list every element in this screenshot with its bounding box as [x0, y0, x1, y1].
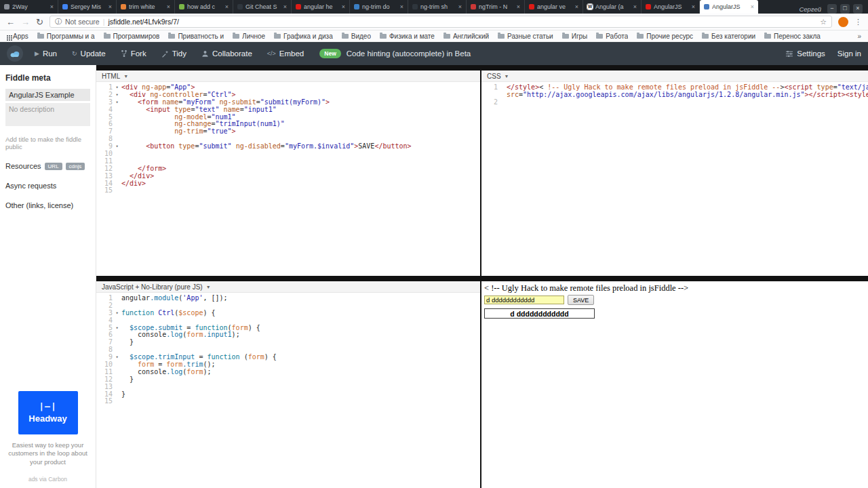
sidebar-item-async-requests[interactable]: Async requests [5, 182, 90, 190]
bookmark-star-icon[interactable]: ☆ [820, 18, 827, 26]
bookmark-item[interactable]: Приватность и [168, 33, 224, 40]
fold-arrow-icon[interactable]: ▾ [113, 310, 121, 317]
result-save-button[interactable]: SAVE [568, 295, 594, 305]
bookmark-item[interactable]: Физика и мате [380, 33, 435, 40]
browser-tab[interactable]: ngTrim - N× [467, 0, 525, 14]
maximize-button[interactable]: □ [840, 4, 850, 14]
fold-arrow-icon[interactable]: ▾ [113, 84, 121, 92]
fold-arrow-icon[interactable]: ▾ [113, 92, 121, 99]
collaborate-button[interactable]: Collaborate [194, 42, 260, 65]
html-panel-header[interactable]: HTML ▼ [96, 70, 480, 82]
fold-arrow-icon[interactable]: ▾ [113, 143, 121, 150]
bookmark-item[interactable]: Перенос закла [764, 33, 821, 40]
bookmark-item[interactable]: Без категории [702, 33, 755, 40]
browser-tab[interactable]: AngularJS× [642, 0, 700, 14]
sidebar-item-resources[interactable]: Resources URL cdnjs [5, 162, 90, 170]
update-button[interactable]: ↻Update [64, 42, 113, 65]
sidebar-item-other[interactable]: Other (links, license) [5, 201, 90, 209]
bookmark-item[interactable]: Программиров [104, 33, 160, 40]
browser-tab[interactable]: WAngular (a× [583, 0, 642, 14]
close-tab-icon[interactable]: × [283, 3, 287, 10]
chevron-down-icon[interactable]: ▼ [505, 74, 509, 79]
forward-icon[interactable]: → [21, 18, 30, 26]
fold-arrow-icon[interactable]: ▾ [113, 99, 121, 106]
js-code-editor[interactable]: 1angular.module('App', []);23▾function C… [96, 293, 480, 405]
code-line: 4 [96, 317, 480, 325]
sign-in-button[interactable]: Sign in [837, 49, 861, 58]
run-button[interactable]: ▶Run [27, 42, 64, 65]
browser-tab[interactable]: trim white× [117, 0, 175, 14]
bookmark-item[interactable]: Разные статьи [498, 33, 553, 40]
profile-avatar[interactable] [838, 17, 848, 27]
info-icon[interactable]: ⓘ [55, 17, 62, 26]
bookmark-item[interactable]: Английский [443, 33, 489, 40]
fold-arrow-icon[interactable]: ▾ [113, 325, 121, 332]
apps-shortcut[interactable]: Apps [7, 33, 28, 40]
browser-tab[interactable]: 2Way× [0, 0, 58, 14]
browser-tab[interactable]: angular ve× [525, 0, 583, 14]
bookmark-item[interactable]: Работа [596, 33, 628, 40]
headway-ad-banner[interactable]: |–| Headway [18, 391, 78, 434]
close-tab-icon[interactable]: × [50, 3, 54, 10]
minimize-button[interactable]: − [827, 4, 837, 14]
close-tab-icon[interactable]: × [575, 3, 578, 10]
collaborate-icon [201, 50, 209, 58]
browser-tab[interactable]: ng-trim sh× [408, 0, 467, 14]
bookmark-item[interactable]: Программы и а [37, 33, 95, 40]
css-panel-header[interactable]: CSS ▼ [481, 70, 868, 82]
result-text-input[interactable] [484, 296, 564, 304]
jsfiddle-logo[interactable] [7, 45, 23, 62]
browser-tab[interactable]: Sergey Mis× [58, 0, 117, 14]
other-links-label: Other (links, license) [5, 201, 73, 209]
tab-title: ngTrim - N [479, 3, 514, 10]
js-panel-header[interactable]: JavaScript + No-Library (pure JS) ▼ [96, 281, 480, 293]
bookmark-label: Физика и мате [389, 33, 435, 40]
settings-button[interactable]: Settings [785, 49, 825, 58]
browser-tab[interactable]: Git Cheat S× [233, 0, 292, 14]
browser-tab[interactable]: angular he× [292, 0, 350, 14]
close-tab-icon[interactable]: × [633, 3, 637, 10]
close-tab-icon[interactable]: × [400, 3, 403, 10]
close-tab-icon[interactable]: × [517, 3, 520, 10]
browser-tab[interactable]: AngularJS× [700, 0, 758, 14]
bookmarks-overflow-icon[interactable]: » [857, 33, 861, 40]
reload-icon[interactable]: ↻ [36, 18, 43, 26]
address-bar[interactable]: ⓘ Not secure | jsfiddle.net/4Lfvk9rs/7/ … [50, 16, 832, 28]
fold-gutter [113, 339, 121, 346]
fiddle-title-input[interactable] [5, 89, 90, 101]
browser-tab[interactable]: how add c× [175, 0, 233, 14]
tidy-label: Tidy [172, 49, 186, 58]
folder-icon [37, 34, 44, 39]
close-tab-icon[interactable]: × [108, 3, 112, 10]
browser-tab[interactable]: ng-trim do× [350, 0, 408, 14]
close-tab-icon[interactable]: × [458, 3, 462, 10]
bookmark-item[interactable]: Видео [342, 33, 371, 40]
bookmark-label: Перенос закла [774, 33, 821, 40]
close-tab-icon[interactable]: × [342, 3, 345, 10]
html-code-editor[interactable]: 1▾<div ng-app="App">2▾ <div ng-controlle… [96, 82, 480, 195]
tidy-button[interactable]: Tidy [154, 42, 194, 65]
ad-caption[interactable]: Easiest way to keep your customers in th… [7, 441, 88, 467]
fork-button[interactable]: Fork [113, 42, 154, 65]
code-line: 14} [96, 391, 480, 399]
bookmark-item[interactable]: Личное [233, 33, 265, 40]
css-code-editor[interactable]: 1</style>< !-- Ugly Hack to make remote … [481, 82, 868, 106]
browser-menu-icon[interactable]: ⋮ [854, 18, 862, 26]
embed-button[interactable]: </>Embed [260, 42, 311, 65]
close-tab-icon[interactable]: × [692, 3, 695, 10]
ads-via-carbon-label[interactable]: ads via Carbon [0, 476, 96, 483]
fiddle-description-input[interactable] [5, 103, 90, 126]
close-tab-icon[interactable]: × [225, 3, 229, 10]
fold-arrow-icon[interactable]: ▾ [113, 354, 121, 361]
back-icon[interactable]: ← [6, 18, 15, 26]
close-tab-icon[interactable]: × [751, 3, 754, 10]
chevron-down-icon[interactable]: ▼ [206, 285, 211, 289]
close-window-button[interactable]: × [853, 4, 863, 14]
bookmark-item[interactable]: Прочие ресурс [637, 33, 693, 40]
chevron-down-icon[interactable]: ▼ [123, 74, 128, 79]
bookmarks-bar: Apps Программы и аПрограммировПриватност… [0, 30, 868, 42]
bookmark-item[interactable]: Игры [562, 33, 588, 40]
code-line: 6 console.log(form.input1); [96, 331, 480, 339]
close-tab-icon[interactable]: × [167, 3, 170, 10]
bookmark-item[interactable]: Графика и диза [274, 33, 333, 40]
